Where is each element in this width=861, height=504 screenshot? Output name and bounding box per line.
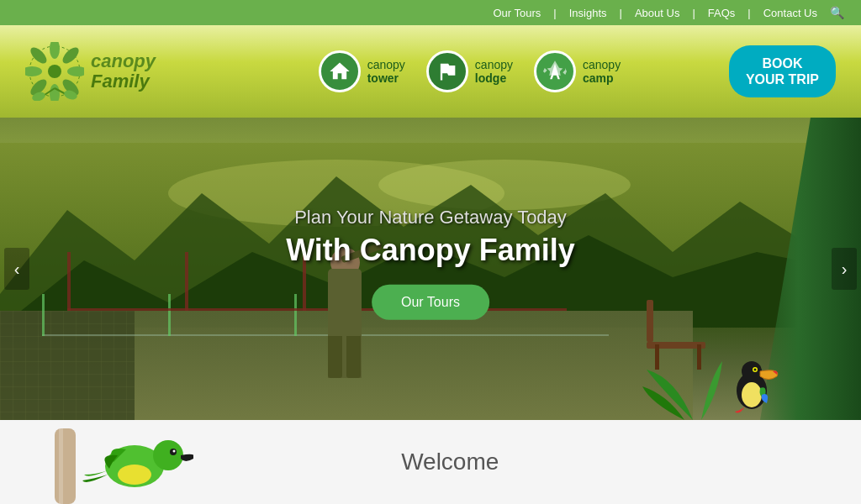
svg-point-27 — [118, 465, 151, 485]
logo-family: Family — [91, 71, 156, 92]
svg-point-9 — [48, 65, 61, 78]
book-line2: YOUR TRIP — [746, 72, 819, 87]
divider-4: | — [747, 7, 750, 19]
bottom-section: Welcome — [0, 420, 861, 504]
hero-title: With Canopy Family — [286, 233, 575, 268]
tower-line1: canopy — [367, 58, 405, 71]
red-post-2 — [185, 252, 188, 311]
divider-1: | — [553, 7, 556, 19]
svg-point-20 — [742, 382, 762, 407]
main-header: canopy Family canopy tower — [0, 25, 861, 118]
tower-text: canopy tower — [367, 58, 405, 85]
floor-grating — [0, 311, 135, 420]
svg-point-22 — [754, 369, 757, 371]
camp-text: canopy camp — [583, 58, 621, 85]
book-line1: BOOK — [762, 56, 802, 71]
carousel-prev-button[interactable]: ‹ — [4, 248, 29, 290]
lodge-line2: lodge — [475, 71, 513, 85]
svg-point-3 — [67, 66, 84, 76]
camp-line1: canopy — [583, 58, 621, 71]
svg-rect-17 — [0, 311, 135, 420]
camp-icon-circle — [534, 50, 576, 92]
hero-content: Plan Your Nature Getaway Today With Cano… — [286, 207, 575, 320]
logo-icon — [25, 42, 84, 101]
header-nav: canopy tower canopy lodge — [235, 50, 704, 92]
green-bird — [50, 420, 193, 504]
nav-link-about-us[interactable]: About Us — [635, 7, 679, 19]
logo-canopy: canopy — [91, 51, 156, 71]
logo-text: canopy Family — [91, 51, 156, 92]
svg-point-29 — [173, 450, 176, 453]
divider-3: | — [692, 7, 695, 19]
carousel-next-button[interactable]: › — [832, 248, 857, 290]
lodge-icon-circle — [426, 50, 468, 92]
nav-link-our-tours[interactable]: Our Tours — [493, 7, 541, 19]
svg-point-5 — [50, 84, 60, 101]
nav-item-camp[interactable]: canopy camp — [534, 50, 621, 92]
svg-point-19 — [742, 361, 762, 381]
nav-item-lodge[interactable]: canopy lodge — [426, 50, 513, 92]
book-trip-button[interactable]: BOOK YOUR TRIP — [729, 45, 836, 97]
welcome-heading: Welcome — [401, 449, 499, 475]
nav-item-tower[interactable]: canopy tower — [319, 50, 405, 92]
toucan-bird — [718, 353, 785, 416]
lodge-line1: canopy — [475, 58, 513, 71]
nav-link-faqs[interactable]: FAQs — [708, 7, 736, 19]
nav-link-insights[interactable]: Insights — [569, 7, 607, 19]
lodge-icon — [436, 60, 459, 83]
svg-point-7 — [25, 66, 42, 76]
svg-point-26 — [153, 440, 183, 470]
post-2 — [168, 294, 171, 336]
divider-2: | — [620, 7, 622, 19]
chair-back — [647, 300, 653, 342]
lodge-text: canopy lodge — [475, 58, 513, 85]
leg-left — [328, 336, 342, 378]
svg-rect-23 — [55, 428, 76, 504]
arrow-left-icon: ‹ — [14, 260, 20, 279]
leg-right — [346, 336, 361, 378]
logo-area[interactable]: canopy Family — [25, 42, 193, 101]
svg-point-1 — [50, 42, 60, 59]
tower-icon — [328, 60, 351, 83]
camp-line2: camp — [583, 71, 621, 85]
leaves-decoration — [642, 353, 726, 420]
svg-rect-24 — [59, 428, 63, 504]
camp-icon — [543, 60, 567, 83]
our-tours-button[interactable]: Our Tours — [372, 285, 489, 320]
hero-subtitle: Plan Your Nature Getaway Today — [286, 207, 575, 228]
search-icon[interactable]: 🔍 — [830, 6, 844, 19]
red-post-1 — [67, 252, 71, 311]
top-navigation: Our Tours | Insights | About Us | FAQs |… — [0, 0, 861, 25]
post-1 — [42, 294, 45, 336]
nav-link-contact-us[interactable]: Contact Us — [763, 7, 817, 19]
hero-section: Plan Your Nature Getaway Today With Cano… — [0, 118, 861, 420]
tower-line2: tower — [367, 71, 405, 85]
person-legs — [328, 336, 361, 378]
tower-icon-circle — [319, 50, 361, 92]
arrow-right-icon: › — [842, 260, 848, 279]
